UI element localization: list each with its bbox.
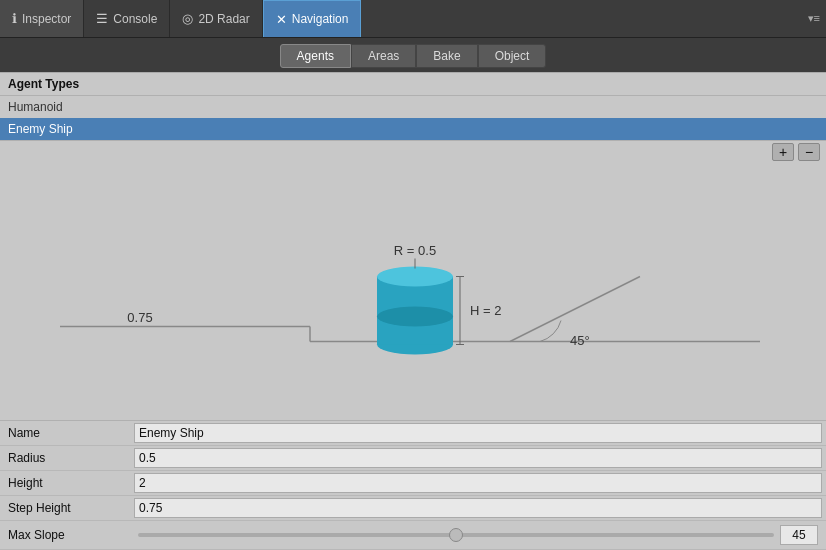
tab-radar-label: 2D Radar: [198, 12, 249, 26]
tab-bar: ℹ Inspector ☰ Console ◎ 2D Radar ✕ Navig…: [0, 0, 826, 38]
agent-types-header: Agent Types: [0, 73, 826, 96]
visualization-area: 0.75 45° R = 0.5 H = 2: [0, 163, 826, 420]
svg-text:0.75: 0.75: [127, 310, 152, 325]
max-slope-slider[interactable]: [138, 533, 774, 537]
prop-value-step-height: [130, 496, 826, 520]
tab-bar-menu[interactable]: ▾≡: [802, 0, 826, 37]
tab-console[interactable]: ☰ Console: [84, 0, 170, 37]
visualization-svg: 0.75 45° R = 0.5 H = 2: [0, 163, 826, 420]
sub-tab-bake[interactable]: Bake: [416, 44, 477, 68]
tab-menu-icon: ▾≡: [808, 12, 820, 25]
name-input[interactable]: [134, 423, 822, 443]
radar-icon: ◎: [182, 11, 193, 26]
prop-value-name: [130, 421, 826, 445]
svg-text:R = 0.5: R = 0.5: [394, 243, 436, 258]
console-icon: ☰: [96, 11, 108, 26]
svg-point-9: [377, 267, 453, 287]
navigation-icon: ✕: [276, 12, 287, 27]
prop-value-height: [130, 471, 826, 495]
sub-tab-object[interactable]: Object: [478, 44, 547, 68]
prop-row-step-height: Step Height: [0, 496, 826, 521]
prop-value-radius: [130, 446, 826, 470]
prop-row-radius: Radius: [0, 446, 826, 471]
properties-section: Name Radius Height Step Height Max Slope: [0, 420, 826, 550]
prop-label-max-slope: Max Slope: [0, 525, 130, 545]
prop-label-name: Name: [0, 423, 130, 443]
prop-label-height: Height: [0, 473, 130, 493]
agent-types-section: Agent Types Humanoid Enemy Ship: [0, 72, 826, 140]
prop-row-name: Name: [0, 421, 826, 446]
prop-row-height: Height: [0, 471, 826, 496]
add-agent-button[interactable]: +: [772, 143, 794, 161]
remove-agent-button[interactable]: −: [798, 143, 820, 161]
svg-point-8: [377, 307, 453, 327]
tab-inspector[interactable]: ℹ Inspector: [0, 0, 84, 37]
prop-row-max-slope: Max Slope: [0, 521, 826, 550]
prop-value-max-slope: [130, 521, 826, 549]
add-remove-row: + −: [0, 140, 826, 163]
sub-tab-bar: Agents Areas Bake Object: [0, 38, 826, 72]
max-slope-value-input[interactable]: [780, 525, 818, 545]
sub-tab-agents[interactable]: Agents: [280, 44, 351, 68]
tab-radar[interactable]: ◎ 2D Radar: [170, 0, 262, 37]
svg-text:45°: 45°: [570, 333, 590, 348]
slope-slider-row: [134, 523, 822, 547]
height-input[interactable]: [134, 473, 822, 493]
step-height-input[interactable]: [134, 498, 822, 518]
prop-label-step-height: Step Height: [0, 498, 130, 518]
tab-inspector-label: Inspector: [22, 12, 71, 26]
agent-item-enemy-ship[interactable]: Enemy Ship: [0, 118, 826, 140]
svg-text:H = 2: H = 2: [470, 303, 501, 318]
inspector-icon: ℹ: [12, 11, 17, 26]
radius-input[interactable]: [134, 448, 822, 468]
agent-item-humanoid[interactable]: Humanoid: [0, 96, 826, 118]
tab-navigation[interactable]: ✕ Navigation: [263, 0, 362, 37]
tab-console-label: Console: [113, 12, 157, 26]
sub-tab-areas[interactable]: Areas: [351, 44, 416, 68]
tab-navigation-label: Navigation: [292, 12, 349, 26]
prop-label-radius: Radius: [0, 448, 130, 468]
main-content: Agents Areas Bake Object Agent Types Hum…: [0, 38, 826, 550]
